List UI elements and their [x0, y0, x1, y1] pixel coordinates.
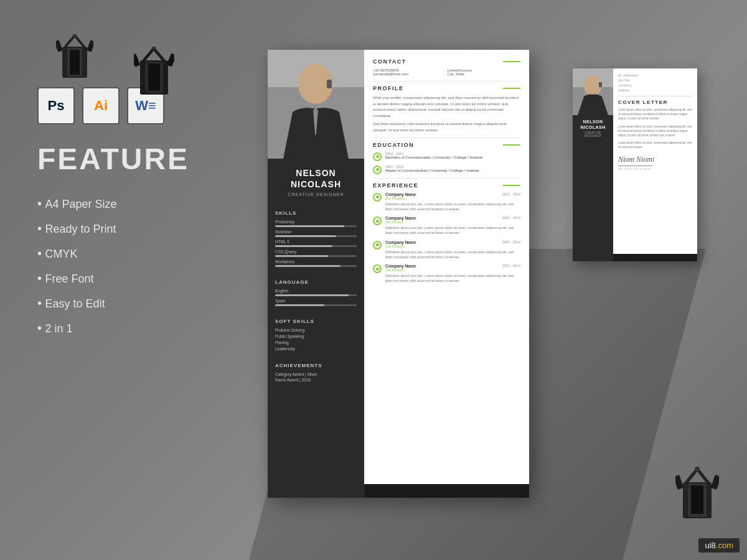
contact-line-accent: [503, 61, 520, 62]
feature-item-3: CMYK: [37, 241, 243, 266]
skill-illustrator: Illustrator: [275, 230, 357, 237]
feature-panel: Ps Ai W≡ FEATURE A4 Paper Size Ready to …: [37, 87, 243, 340]
feature-title: FEATURE: [37, 142, 243, 176]
edu-item-1: 2012 - 2014 Bachelor of Communication | …: [373, 152, 520, 161]
skills-section: SKILLS Photoshop Illustrator HTML 5 CSS …: [268, 205, 364, 274]
education-label: EDUCATION: [373, 142, 414, 148]
lang-spain: Spain: [275, 299, 357, 306]
cover-main: Mr. Addressee Job Title Company Address …: [613, 68, 697, 261]
education-header: EDUCATION: [373, 142, 520, 148]
profile-header: PROFILE: [373, 85, 520, 91]
signature-label: NELSON NICOLASH: [618, 167, 692, 170]
soft-skills-title: SOFT SKILLS: [275, 319, 357, 324]
exp-item-4: Company Name 2012 - 2014 Job Position De…: [373, 264, 520, 284]
cover-signature: Niom Niomi: [618, 155, 692, 164]
photoshop-icon: Ps: [37, 87, 75, 124]
skill-wordpress: Wordpress: [275, 259, 357, 267]
feature-item-1: A4 Paper Size: [37, 191, 243, 216]
resume-photo: [268, 50, 364, 159]
cover-photo: [573, 68, 613, 115]
profile-label: PROFILE: [373, 85, 404, 91]
svg-rect-14: [691, 485, 703, 514]
cover-sidebar: NELSON NICOLASH CREATIVE DESIGNER: [573, 68, 613, 261]
svg-rect-10: [134, 54, 140, 67]
exp-item-1: Company Name 2012 - 2014 Job Position De…: [373, 192, 520, 212]
profile-line-accent: [503, 88, 520, 89]
feature-item-2: Ready to Print: [37, 216, 243, 241]
cover-contact: Mr. Addressee Job Title Company Address: [618, 73, 692, 92]
skill-photoshop: Photoshop: [275, 220, 357, 227]
skills-title: SKILLS: [275, 210, 357, 216]
exp-item-2: Company Name 2012 - 2014 Job Position De…: [373, 216, 520, 236]
svg-point-24: [584, 76, 601, 96]
cover-letter-card: NELSON NICOLASH CREATIVE DESIGNER Mr. Ad…: [573, 68, 697, 261]
resume-card: NELSON NICOLASH CREATIVE DESIGNER SKILLS…: [268, 50, 529, 498]
resume-name: NELSON NICOLASH: [288, 167, 344, 190]
svg-rect-16: [675, 475, 684, 490]
illustrator-icon: Ai: [82, 87, 120, 124]
achievements-section: ACHIEVEMENTS Category Award | Silver Nam…: [268, 358, 364, 388]
language-section: LANGUAGE English Spain: [268, 274, 364, 314]
feature-item-4: Free Font: [37, 266, 243, 291]
svg-rect-5: [87, 40, 93, 52]
education-line-accent: [503, 144, 520, 146]
cover-para-1: Lorem ipsum dolor sit amet, consectetur …: [618, 108, 692, 121]
svg-rect-8: [148, 63, 160, 91]
svg-rect-21: [327, 80, 332, 88]
signature-underline: [618, 166, 652, 166]
divider-3: [373, 178, 520, 179]
svg-rect-17: [711, 475, 719, 490]
binder-clip-top-right: [134, 47, 174, 100]
feature-item-5: Easy to Edit: [37, 291, 243, 315]
skill-css: CSS jQuery: [275, 250, 357, 257]
divider-1: [373, 81, 520, 82]
cover-letter-title: COVER LETTER: [618, 100, 692, 105]
language-title: LANGUAGE: [275, 279, 357, 285]
svg-rect-4: [56, 40, 63, 52]
profile-text-1: Write your profile, consectetur adipisci…: [373, 95, 520, 119]
svg-rect-11: [167, 53, 174, 67]
cover-footer-bar: [613, 254, 697, 261]
cover-name: NELSON NICOLASH: [576, 119, 610, 130]
soft-skills-section: SOFT SKILLS Problem Solving Public Speak…: [268, 314, 364, 358]
contact-header: CONTACT: [373, 58, 520, 65]
cover-divider: [618, 96, 692, 96]
divider-2: [373, 138, 520, 138]
cover-para-2: Lorem ipsum dolor sit amet, consectetur …: [618, 124, 692, 138]
profile-text-2: Sed diam nonummy nibh euismod tincidunt …: [373, 121, 520, 133]
resume-main: CONTACT +62 897535645 youremail@here.com…: [364, 50, 529, 498]
binder-clip-top-left: [56, 34, 93, 84]
binder-clip-bottom-right: [675, 467, 719, 523]
achievements-title: ACHIEVEMENTS: [275, 363, 357, 368]
skill-html: HTML 5: [275, 240, 357, 247]
watermark: ui8.com: [698, 538, 740, 553]
feature-item-6: 2 in 1: [37, 315, 243, 340]
experience-header: EXPERIENCE: [373, 182, 520, 189]
experience-line-accent: [503, 185, 520, 186]
contact-label: CONTACT: [373, 58, 406, 65]
svg-rect-25: [599, 82, 602, 87]
resume-name-section: NELSON NICOLASH CREATIVE DESIGNER: [282, 159, 350, 205]
contact-grid: +62 897535645 youremail@here.com LinkedA…: [373, 68, 520, 76]
feature-list: A4 Paper Size Ready to Print CMYK Free F…: [37, 191, 243, 340]
svg-point-15: [695, 467, 700, 472]
resume-sidebar: NELSON NICOLASH CREATIVE DESIGNER SKILLS…: [268, 50, 364, 498]
experience-label: EXPERIENCE: [373, 182, 418, 189]
cover-name-section: NELSON NICOLASH CREATIVE DESIGNER: [573, 115, 613, 141]
edu-item-2: 2012 - 2014 Master In Communication | Un…: [373, 165, 520, 174]
resume-job-title: CREATIVE DESIGNER: [288, 192, 344, 197]
cover-subtitle: CREATIVE DESIGNER: [576, 131, 610, 138]
resume-footer-bar: [364, 484, 529, 498]
svg-rect-2: [70, 50, 80, 75]
cover-para-3: Lorem ipsum dolor sit amet, consectetur …: [618, 141, 692, 149]
exp-item-3: Company Name 2012 - 2014 Job Position De…: [373, 240, 520, 260]
lang-english: English: [275, 289, 357, 296]
